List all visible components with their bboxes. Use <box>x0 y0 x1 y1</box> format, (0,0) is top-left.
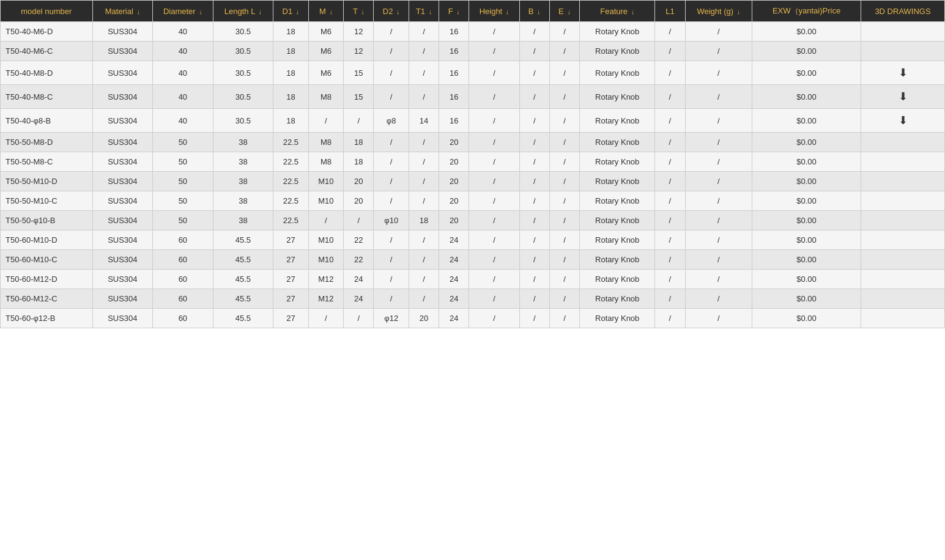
table-cell: φ10 <box>374 211 409 230</box>
f-sort-icon: ↓ <box>456 8 460 15</box>
table-cell: 24 <box>439 289 469 309</box>
table-cell: / <box>549 152 579 172</box>
table-cell: / <box>469 211 519 230</box>
col-header-feature[interactable]: Feature ↓ <box>580 1 655 22</box>
table-cell: Rotary Knob <box>580 61 655 85</box>
table-cell: / <box>685 230 752 250</box>
table-cell: T50-40-M6-C <box>1 42 93 61</box>
table-cell: / <box>549 85 579 109</box>
table-cell: / <box>469 85 519 109</box>
col-header-length[interactable]: Length L ↓ <box>213 1 273 22</box>
download-cell <box>861 172 945 191</box>
table-cell: / <box>308 309 343 328</box>
table-cell: SUS304 <box>92 61 153 85</box>
table-cell: M8 <box>308 85 343 109</box>
table-cell: T50-40-M8-C <box>1 85 93 109</box>
table-cell: 30.5 <box>213 61 273 85</box>
table-cell: $0.00 <box>752 309 861 328</box>
table-cell: 24 <box>439 270 469 289</box>
table-cell: / <box>469 61 519 85</box>
download-cell <box>861 270 945 289</box>
table-cell: 16 <box>439 22 469 42</box>
col-header-f-label: F <box>448 7 453 16</box>
d1-sort-icon: ↓ <box>296 8 300 15</box>
table-cell: Rotary Knob <box>580 211 655 230</box>
col-header-material[interactable]: Material ↓ <box>92 1 153 22</box>
table-cell: / <box>549 109 579 133</box>
table-cell: 22.5 <box>273 152 308 172</box>
col-header-weight[interactable]: Weight (g) ↓ <box>685 1 752 22</box>
table-cell: 16 <box>439 42 469 61</box>
table-cell: / <box>655 42 685 61</box>
download-cell[interactable]: ⬇ <box>861 61 945 85</box>
table-cell: 12 <box>344 42 374 61</box>
table-cell: 40 <box>153 22 213 42</box>
table-cell: 60 <box>153 289 213 309</box>
table-cell: / <box>409 289 439 309</box>
col-header-3d-label: 3D DRAWINGS <box>875 7 930 16</box>
table-cell: / <box>549 42 579 61</box>
col-header-b[interactable]: B ↓ <box>519 1 549 22</box>
download-cell <box>861 289 945 309</box>
table-cell: 22.5 <box>273 172 308 191</box>
m-sort-icon: ↓ <box>329 8 333 15</box>
table-cell: 15 <box>344 61 374 85</box>
table-cell: / <box>519 42 549 61</box>
table-cell: 50 <box>153 152 213 172</box>
table-cell: / <box>655 289 685 309</box>
table-cell: / <box>374 270 409 289</box>
col-header-feature-label: Feature <box>600 7 628 16</box>
table-cell: 20 <box>344 172 374 191</box>
table-cell: SUS304 <box>92 133 153 152</box>
col-header-f[interactable]: F ↓ <box>439 1 469 22</box>
table-cell: / <box>409 42 439 61</box>
table-cell: 22.5 <box>273 211 308 230</box>
download-icon[interactable]: ⬇ <box>899 114 908 127</box>
table-cell: M10 <box>308 172 343 191</box>
col-header-d2-label: D2 <box>383 7 393 16</box>
table-cell: / <box>374 61 409 85</box>
table-cell: 12 <box>344 22 374 42</box>
table-cell: / <box>469 109 519 133</box>
table-cell: SUS304 <box>92 211 153 230</box>
table-cell: / <box>655 85 685 109</box>
table-cell: / <box>655 172 685 191</box>
table-cell: / <box>519 152 549 172</box>
table-cell: / <box>655 22 685 42</box>
e-sort-icon: ↓ <box>567 8 571 15</box>
table-cell: Rotary Knob <box>580 309 655 328</box>
col-header-diameter[interactable]: Diameter ↓ <box>153 1 213 22</box>
table-row: T50-50-M10-DSUS304503822.5M1020//20///Ro… <box>1 172 945 191</box>
table-cell: 45.5 <box>213 230 273 250</box>
download-cell[interactable]: ⬇ <box>861 109 945 133</box>
table-cell: / <box>374 250 409 270</box>
download-cell <box>861 22 945 42</box>
table-cell: 27 <box>273 230 308 250</box>
col-header-height[interactable]: Height ↓ <box>469 1 519 22</box>
download-icon[interactable]: ⬇ <box>899 90 908 103</box>
col-header-d1[interactable]: D1 ↓ <box>273 1 308 22</box>
table-cell: / <box>685 309 752 328</box>
table-cell: / <box>685 42 752 61</box>
table-cell: 60 <box>153 270 213 289</box>
table-cell: / <box>549 133 579 152</box>
table-cell: T50-60-φ12-B <box>1 309 93 328</box>
table-cell: 18 <box>344 152 374 172</box>
table-cell: Rotary Knob <box>580 172 655 191</box>
download-icon[interactable]: ⬇ <box>899 67 908 79</box>
col-header-d2[interactable]: D2 ↓ <box>374 1 409 22</box>
table-cell: T50-50-M8-D <box>1 133 93 152</box>
col-header-e[interactable]: E ↓ <box>549 1 579 22</box>
table-cell: M12 <box>308 270 343 289</box>
col-header-t1[interactable]: T1 ↓ <box>409 1 439 22</box>
table-cell: M10 <box>308 250 343 270</box>
col-header-m[interactable]: M ↓ <box>308 1 343 22</box>
col-header-l1-label: L1 <box>665 7 674 16</box>
table-cell: 60 <box>153 250 213 270</box>
col-header-t-label: T <box>353 7 358 16</box>
table-cell: / <box>469 309 519 328</box>
table-cell: / <box>409 152 439 172</box>
download-cell[interactable]: ⬇ <box>861 85 945 109</box>
table-cell: / <box>409 230 439 250</box>
col-header-t[interactable]: T ↓ <box>344 1 374 22</box>
